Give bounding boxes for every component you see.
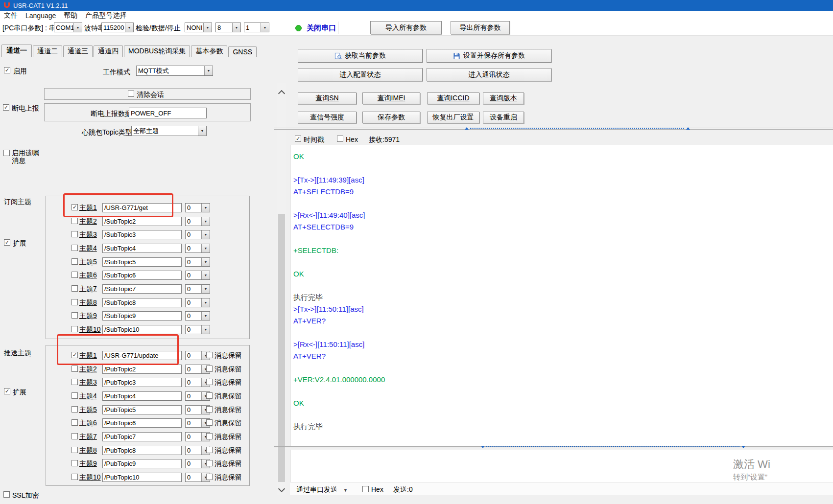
- menu-item-2[interactable]: Language: [22, 11, 60, 20]
- clean-session-checkbox[interactable]: [128, 91, 134, 97]
- retain-checkbox[interactable]: [206, 392, 213, 399]
- publish-topic-input[interactable]: [102, 378, 182, 387]
- splitter-collapse-icon[interactable]: [741, 446, 745, 448]
- publish-topic-checkbox[interactable]: [71, 433, 78, 439]
- menu-item-4[interactable]: 产品型号选择: [81, 11, 130, 21]
- factory-reset-button[interactable]: 恢复出厂设置: [427, 112, 479, 123]
- com-port-select[interactable]: COM10 ▼: [54, 23, 82, 32]
- subscribe-topic-input[interactable]: [102, 203, 182, 212]
- query-sn-button[interactable]: 查询SN: [298, 92, 357, 104]
- enter-comm-state-button[interactable]: 进入通讯状态: [427, 68, 551, 81]
- subscribe-qos-select[interactable]: 0▼: [185, 203, 210, 212]
- subscribe-topic-input[interactable]: [102, 298, 182, 307]
- publish-topic-input[interactable]: [102, 365, 182, 374]
- work-mode-select[interactable]: MQTT模式 ▼: [136, 66, 213, 76]
- subscribe-topic-input[interactable]: [102, 325, 182, 334]
- chevron-down-icon[interactable]: ▼: [201, 271, 210, 279]
- chevron-down-icon[interactable]: ▼: [125, 23, 133, 32]
- retain-checkbox[interactable]: [206, 474, 213, 480]
- publish-topic-checkbox[interactable]: [71, 406, 78, 412]
- subscribe-qos-select[interactable]: 0▼: [185, 284, 210, 294]
- subscribe-qos-select[interactable]: 0▼: [185, 298, 210, 307]
- publish-topic-input[interactable]: [102, 446, 182, 455]
- publish-topic-checkbox[interactable]: [71, 460, 78, 466]
- publish-topic-checkbox[interactable]: [71, 392, 78, 399]
- subscribe-topic-checkbox[interactable]: [71, 272, 78, 278]
- recv-hex-checkbox[interactable]: [337, 136, 343, 142]
- tab-5[interactable]: MODBUS轮询采集: [124, 46, 190, 57]
- subscribe-topic-checkbox[interactable]: [71, 326, 78, 332]
- close-port-button[interactable]: 关闭串口: [307, 23, 336, 33]
- query-version-button[interactable]: 查询版本: [483, 92, 524, 104]
- set-save-all-params-button[interactable]: 设置并保存所有参数: [427, 49, 551, 63]
- tab-4[interactable]: 通道四: [94, 46, 123, 57]
- publish-topic-checkbox[interactable]: [71, 419, 78, 426]
- enable-channel-checkbox[interactable]: ✓: [4, 67, 10, 73]
- publish-topic-input[interactable]: [102, 432, 182, 441]
- subscribe-topic-checkbox[interactable]: [71, 285, 78, 292]
- chevron-down-icon[interactable]: ▼: [201, 312, 210, 320]
- subscribe-qos-select[interactable]: 0▼: [185, 230, 210, 239]
- publish-topic-input[interactable]: [102, 418, 182, 428]
- publish-extend-checkbox[interactable]: ✓: [4, 388, 10, 394]
- chevron-down-icon[interactable]: ▼: [201, 325, 210, 334]
- subscribe-qos-select[interactable]: 0▼: [185, 325, 210, 334]
- subscribe-topic-input[interactable]: [102, 271, 182, 280]
- retain-checkbox[interactable]: [206, 352, 213, 358]
- retain-checkbox[interactable]: [206, 460, 213, 466]
- chevron-down-icon[interactable]: ▼: [201, 217, 210, 226]
- device-restart-button[interactable]: 设备重启: [483, 112, 524, 123]
- get-current-params-button[interactable]: 获取当前参数: [298, 49, 423, 63]
- subscribe-qos-select[interactable]: 0▼: [185, 217, 210, 226]
- baud-select[interactable]: 115200 ▼: [101, 23, 134, 32]
- publish-topic-checkbox[interactable]: [71, 474, 78, 480]
- subscribe-topic-checkbox[interactable]: [71, 312, 78, 319]
- publish-topic-checkbox[interactable]: [71, 379, 78, 385]
- subscribe-topic-checkbox[interactable]: [71, 299, 78, 305]
- tab-6[interactable]: 基本参数: [191, 46, 227, 57]
- terminal-output[interactable]: OK >[Tx->][11:49:39][asc]AT+SELECTDB=9 >…: [290, 145, 833, 446]
- splitter-collapse-icon[interactable]: [465, 127, 469, 130]
- subscribe-topic-input[interactable]: [102, 230, 182, 239]
- retain-checkbox[interactable]: [206, 379, 213, 385]
- subscribe-topic-input[interactable]: [102, 217, 182, 226]
- heartbeat-topic-select[interactable]: 全部主题 ▼: [131, 126, 207, 136]
- retain-checkbox[interactable]: [206, 433, 213, 439]
- publish-topic-input[interactable]: [102, 405, 182, 414]
- publish-topic-input[interactable]: [102, 459, 182, 468]
- retain-checkbox[interactable]: [206, 447, 213, 453]
- ssl-checkbox[interactable]: [3, 491, 10, 498]
- query-signal-button[interactable]: 查信号强度: [298, 112, 357, 123]
- subscribe-topic-input[interactable]: [102, 284, 182, 294]
- query-imei-button[interactable]: 查询IMEI: [362, 92, 420, 104]
- subscribe-topic-checkbox[interactable]: [71, 245, 78, 251]
- horizontal-splitter-top[interactable]: [274, 127, 833, 131]
- publish-topic-checkbox[interactable]: ✓: [71, 352, 78, 358]
- query-iccid-button[interactable]: 查询ICCID: [427, 92, 479, 104]
- power-report-checkbox[interactable]: ✓: [3, 104, 9, 111]
- chevron-down-icon[interactable]: ▼: [198, 126, 206, 136]
- subscribe-topic-input[interactable]: [102, 311, 182, 321]
- subscribe-qos-select[interactable]: 0▼: [185, 244, 210, 253]
- subscribe-topic-input[interactable]: [102, 257, 182, 267]
- scrollbar-thumb[interactable]: [278, 214, 285, 482]
- retain-checkbox[interactable]: [206, 419, 213, 426]
- databits-select[interactable]: 8 ▼: [215, 23, 241, 32]
- subscribe-qos-select[interactable]: 0▼: [185, 271, 210, 280]
- chevron-down-icon[interactable]: ▼: [201, 258, 210, 266]
- chevron-down-icon[interactable]: ▼: [201, 244, 210, 252]
- chevron-down-icon[interactable]: ▼: [201, 230, 210, 239]
- chevron-down-icon[interactable]: ▼: [232, 23, 240, 32]
- subscribe-qos-select[interactable]: 0▼: [185, 257, 210, 267]
- menu-item-3[interactable]: 帮助: [60, 11, 81, 21]
- save-params-button[interactable]: 保存参数: [362, 112, 420, 123]
- subscribe-topic-checkbox[interactable]: [71, 231, 78, 237]
- title-bar[interactable]: USR-CAT1 V1.2.11: [0, 0, 833, 11]
- splitter-collapse-icon[interactable]: [481, 446, 485, 448]
- publish-topic-checkbox[interactable]: [71, 366, 78, 372]
- tab-3[interactable]: 通道三: [63, 46, 93, 57]
- subscribe-topic-checkbox[interactable]: ✓: [71, 204, 78, 210]
- tab-1[interactable]: 通道一: [1, 45, 32, 57]
- chevron-down-icon[interactable]: ▼: [203, 23, 212, 32]
- enter-config-state-button[interactable]: 进入配置状态: [298, 68, 423, 81]
